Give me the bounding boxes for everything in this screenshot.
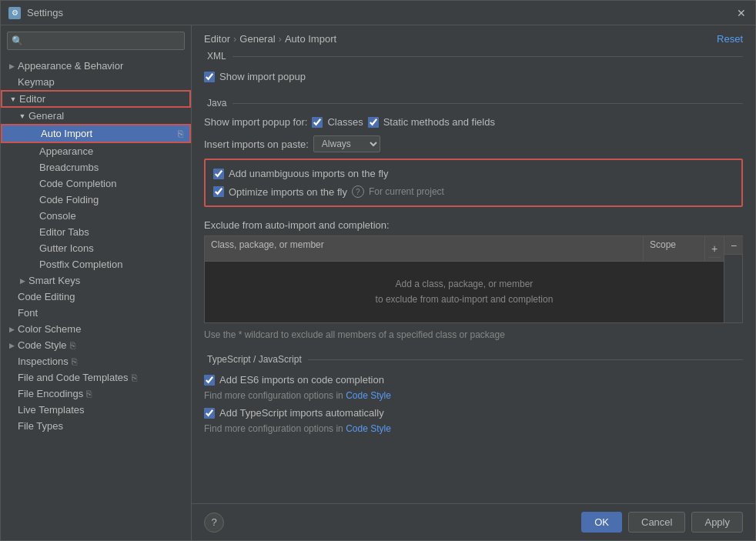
sidebar-item-color-scheme[interactable]: ▶ Color Scheme — [1, 321, 191, 337]
more-options-row-2: Find more configuration options in Code … — [204, 422, 743, 436]
breadcrumb-auto-import: Auto Import — [285, 33, 336, 45]
search-icon: 🔍 — [12, 35, 23, 46]
sidebar-item-label: Console — [39, 210, 76, 222]
sidebar-item-label: Font — [18, 307, 38, 319]
section-divider — [232, 56, 743, 57]
arrow-icon: ▼ — [18, 112, 27, 121]
xml-show-import-checkbox[interactable] — [204, 72, 215, 82]
sidebar-item-console[interactable]: Console — [1, 208, 191, 224]
optimize-imports-checkbox[interactable] — [213, 186, 224, 197]
sidebar-item-gutter-icons[interactable]: Gutter Icons — [1, 240, 191, 256]
sidebar-item-inspections[interactable]: Inspections ⎘ — [1, 353, 191, 369]
close-button[interactable]: ✕ — [735, 7, 748, 19]
arrow-icon — [28, 179, 38, 189]
add-typescript-checkbox[interactable] — [204, 408, 215, 419]
code-style-link-2[interactable]: Code Style — [346, 423, 391, 434]
sidebar-item-keymap[interactable]: Keymap — [1, 74, 191, 90]
java-static-checkbox[interactable] — [368, 117, 379, 128]
sidebar-item-font[interactable]: Font — [1, 305, 191, 321]
sidebar-item-label: Live Templates — [18, 404, 84, 416]
add-es6-checkbox[interactable] — [204, 375, 215, 386]
sidebar-item-code-style[interactable]: ▶ Code Style ⎘ — [1, 337, 191, 353]
sidebar-item-code-completion[interactable]: Code Completion — [1, 175, 191, 192]
panel-content: XML Show import popup Java — [192, 51, 755, 503]
arrow-icon — [28, 260, 38, 269]
search-box: 🔍 — [1, 25, 191, 56]
main-panel: Editor › General › Auto Import Reset XML — [192, 25, 755, 540]
settings-window: ⚙ Settings ✕ 🔍 ▶ Appearance & Behavior — [0, 0, 756, 541]
sidebar-item-file-types[interactable]: File Types — [1, 418, 191, 434]
sidebar-item-code-editing[interactable]: Code Editing — [1, 289, 191, 305]
help-button[interactable]: ? — [204, 513, 224, 533]
insert-imports-row: Insert imports on paste: Always Ask Neve… — [204, 134, 743, 154]
ok-button[interactable]: OK — [581, 512, 622, 533]
bottom-bar: ? OK Cancel Apply — [192, 503, 755, 540]
java-classes-label: Classes — [327, 116, 363, 128]
sidebar-item-label: Gutter Icons — [39, 242, 94, 254]
sidebar-item-label: Editor — [19, 93, 45, 105]
sidebar-item-live-templates[interactable]: Live Templates — [1, 402, 191, 418]
settings-tree: ▶ Appearance & Behavior Keymap ▼ Editor … — [1, 56, 191, 540]
sidebar-item-postfix-completion[interactable]: Postfix Completion — [1, 256, 191, 272]
add-es6-label: Add ES6 imports on code completion — [219, 374, 384, 386]
breadcrumb-sep: › — [279, 33, 282, 45]
sidebar-item-appearance[interactable]: Appearance — [1, 143, 191, 159]
arrow-icon — [7, 292, 16, 302]
sidebar-item-label: Color Scheme — [18, 323, 81, 335]
arrow-icon: ▶ — [7, 325, 16, 334]
sidebar-item-editor-tabs[interactable]: Editor Tabs — [1, 224, 191, 240]
arrow-icon: ▼ — [8, 95, 18, 104]
optimize-imports-help-icon[interactable]: ? — [352, 185, 364, 198]
exclude-hint: Use the * wildcard to exclude all member… — [204, 328, 743, 342]
arrow-icon — [28, 244, 38, 253]
exclude-label: Exclude from auto-import and completion: — [204, 219, 743, 231]
arrow-icon — [28, 147, 38, 156]
arrow-icon — [28, 212, 38, 221]
section-divider — [232, 103, 743, 104]
arrow-icon — [28, 228, 38, 237]
sidebar-item-general[interactable]: ▼ General — [1, 108, 191, 124]
xml-show-import-label: Show import popup — [219, 71, 306, 82]
sidebar-item-label: Code Folding — [39, 194, 99, 205]
arrow-icon — [7, 406, 16, 415]
insert-imports-select[interactable]: Always Ask Never — [313, 135, 380, 152]
arrow-icon: ▶ — [7, 62, 16, 71]
code-style-link-1[interactable]: Code Style — [346, 390, 391, 401]
sidebar-item-code-folding[interactable]: Code Folding — [1, 192, 191, 208]
table-side-buttons: − — [724, 235, 743, 323]
optimize-imports-row: Optimize imports on the fly ? For curren… — [213, 182, 734, 201]
sidebar-item-smart-keys[interactable]: ▶ Smart Keys — [1, 272, 191, 289]
sidebar: 🔍 ▶ Appearance & Behavior Keymap ▼ — [1, 25, 192, 540]
breadcrumb-editor: Editor — [204, 33, 230, 45]
apply-button[interactable]: Apply — [691, 512, 743, 533]
window-title: Settings — [27, 7, 735, 18]
add-unambiguous-checkbox[interactable] — [213, 169, 224, 179]
table-body: Add a class, package, or member to exclu… — [204, 262, 724, 323]
sidebar-item-auto-import[interactable]: Auto Import ⎘ — [1, 124, 191, 143]
arrow-icon — [7, 422, 16, 431]
sidebar-item-appearance-behavior[interactable]: ▶ Appearance & Behavior — [1, 58, 191, 74]
breadcrumb: Editor › General › Auto Import — [204, 33, 336, 45]
java-section-label: Java — [204, 98, 743, 109]
sidebar-item-editor[interactable]: ▼ Editor — [1, 90, 191, 108]
cancel-button[interactable]: Cancel — [628, 512, 685, 533]
sidebar-item-label: Editor Tabs — [39, 226, 89, 238]
sidebar-item-file-encodings[interactable]: File Encodings ⎘ — [1, 386, 191, 402]
search-input[interactable] — [7, 32, 185, 50]
add-exclude-button[interactable]: + — [708, 239, 721, 258]
arrow-icon — [28, 195, 38, 205]
sidebar-item-label: Appearance — [39, 145, 93, 157]
sidebar-item-label: Code Completion — [39, 178, 116, 189]
exclude-table-wrap: Class, package, or member Scope + Add a … — [204, 235, 743, 323]
arrow-icon: ▶ — [7, 341, 16, 350]
java-classes-checkbox[interactable] — [312, 117, 323, 128]
arrow-icon — [7, 309, 16, 318]
sidebar-item-file-code-templates[interactable]: File and Code Templates ⎘ — [1, 369, 191, 386]
sidebar-item-breadcrumbs[interactable]: Breadcrumbs — [1, 159, 191, 175]
section-divider — [308, 359, 743, 360]
insert-imports-label: Insert imports on paste: — [204, 139, 309, 150]
more-options-row-1: Find more configuration options in Code … — [204, 389, 743, 404]
remove-exclude-button[interactable]: − — [724, 236, 743, 255]
action-buttons: OK Cancel Apply — [581, 512, 743, 533]
reset-button[interactable]: Reset — [717, 33, 743, 45]
